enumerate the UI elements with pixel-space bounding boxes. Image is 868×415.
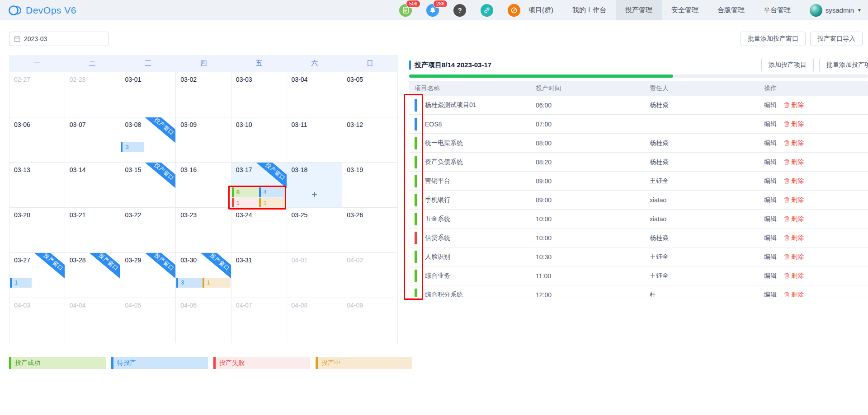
add-plus-icon[interactable]: + — [287, 189, 342, 201]
document-icon[interactable]: 506 — [399, 4, 412, 17]
calendar-cell[interactable]: 03-02 — [176, 72, 231, 117]
window-import-button[interactable]: 投产窗口导入 — [810, 32, 863, 46]
delete-link[interactable]: 删除 — [784, 101, 804, 109]
nav-item[interactable]: 安全管理 — [662, 0, 708, 20]
calendar-cell[interactable]: 03-27投产窗口1 — [9, 253, 65, 298]
edit-link[interactable]: 编辑 — [764, 158, 777, 166]
calendar-cell[interactable]: 04-06 — [176, 298, 231, 343]
calendar-cell[interactable]: 02-27 — [9, 72, 65, 117]
batch-add-project-button[interactable]: 批量添加投产项目 — [819, 58, 868, 72]
count-bar-pending[interactable]: 3 — [176, 278, 202, 288]
calendar-cell[interactable]: 04-05 — [120, 298, 176, 343]
edit-link[interactable]: 编辑 — [764, 139, 777, 147]
calendar-cell[interactable]: 04-04 — [65, 298, 121, 343]
calendar-cell[interactable]: 03-28投产窗口 — [65, 253, 121, 298]
calendar-cell[interactable]: 04-07 — [231, 298, 287, 343]
calendar-cell[interactable]: 03-04 — [287, 72, 343, 117]
calendar-cell[interactable]: 03-13 — [9, 163, 65, 208]
edit-link[interactable]: 编辑 — [764, 253, 777, 261]
question-icon[interactable]: ? — [453, 4, 466, 17]
calendar-cell[interactable]: 03-18+ — [287, 163, 343, 208]
calendar-cell[interactable]: 04-09 — [342, 298, 398, 343]
calendar-cell[interactable]: 02-28 — [65, 72, 121, 117]
calendar-cell[interactable]: 03-10 — [231, 117, 287, 163]
calendar-cell[interactable]: 03-19 — [342, 163, 398, 208]
row-owner: 杨桂焱 — [650, 101, 764, 109]
nav-item[interactable]: 投产管理 — [616, 0, 662, 20]
calendar-cell[interactable]: 03-17投产窗口8411 — [231, 163, 287, 208]
title-marker — [409, 61, 411, 70]
edit-link[interactable]: 编辑 — [764, 101, 777, 109]
count-bar-success[interactable]: 8 — [232, 187, 259, 197]
add-project-button[interactable]: 添加投产项目 — [761, 58, 814, 72]
edit-link[interactable]: 编辑 — [764, 215, 777, 223]
delete-link[interactable]: 删除 — [784, 234, 804, 242]
row-name: 综合业务 — [425, 272, 536, 280]
nav-item[interactable]: 平台管理 — [754, 0, 800, 20]
nav-item[interactable]: 项目(群) — [519, 0, 563, 20]
calendar-cell[interactable]: 03-29投产窗口 — [120, 253, 176, 298]
calendar-cell[interactable]: 03-30投产窗口31 — [176, 253, 231, 298]
delete-link[interactable]: 删除 — [784, 215, 804, 223]
cell-date: 03-16 — [180, 166, 197, 173]
delete-link[interactable]: 删除 — [784, 120, 804, 128]
delete-link[interactable]: 删除 — [784, 139, 804, 147]
user-menu[interactable]: sysadmin ▼ — [810, 0, 862, 20]
legend-item-failed: 投产失败 — [213, 357, 310, 369]
calendar-cell[interactable]: 03-22 — [120, 208, 176, 253]
link-icon[interactable] — [481, 4, 493, 17]
calendar-cell[interactable]: 03-26 — [342, 208, 398, 253]
edit-link[interactable]: 编辑 — [764, 291, 777, 298]
calendar-cell[interactable]: 03-20 — [9, 208, 65, 253]
edit-link[interactable]: 编辑 — [764, 272, 777, 280]
row-time: 06:00 — [536, 102, 650, 109]
edit-link[interactable]: 编辑 — [764, 196, 777, 204]
count-bar-failed[interactable]: 1 — [232, 198, 259, 208]
delete-link[interactable]: 删除 — [784, 272, 804, 280]
delete-link[interactable]: 删除 — [784, 158, 804, 166]
cell-bars: 31 — [176, 278, 231, 289]
calendar-cell[interactable]: 03-08投产窗口3 — [120, 117, 176, 163]
batch-add-window-button[interactable]: 批量添加投产窗口 — [741, 32, 806, 46]
calendar-cell[interactable]: 03-01 — [120, 72, 176, 117]
calendar-cell[interactable]: 04-01 — [287, 253, 343, 298]
calendar-cell[interactable]: 03-21 — [65, 208, 121, 253]
edit-link[interactable]: 编辑 — [764, 177, 777, 185]
calendar-cell[interactable]: 04-03 — [9, 298, 65, 343]
calendar-cell[interactable]: 03-25 — [287, 208, 343, 253]
nav-item[interactable]: 合版管理 — [708, 0, 754, 20]
col-project-name: 项目名称 — [415, 84, 536, 93]
calendar-cell[interactable]: 03-03 — [231, 72, 287, 117]
calendar-cell[interactable]: 03-05 — [342, 72, 398, 117]
count-bar-pending[interactable]: 4 — [259, 187, 286, 197]
ban-icon[interactable] — [508, 4, 520, 17]
calendar-cell[interactable]: 03-15投产窗口 — [120, 163, 176, 208]
delete-link[interactable]: 删除 — [784, 196, 804, 204]
edit-link[interactable]: 编辑 — [764, 120, 777, 128]
nav-item[interactable]: 我的工作台 — [563, 0, 616, 20]
delete-link[interactable]: 删除 — [784, 253, 804, 261]
count-bar-running[interactable]: 1 — [259, 198, 286, 208]
calendar-cell[interactable]: 03-07 — [65, 117, 121, 163]
month-picker[interactable]: 2023-03 — [9, 32, 108, 46]
calendar-cell[interactable]: 03-31 — [231, 253, 287, 298]
calendar-cell[interactable]: 04-08 — [287, 298, 343, 343]
calendar-cell[interactable]: 03-09 — [176, 117, 231, 163]
legend-item-running: 投产中 — [316, 357, 412, 369]
calendar-cell[interactable]: 03-23 — [176, 208, 231, 253]
calendar-cell[interactable]: 03-14 — [65, 163, 121, 208]
calendar-cell[interactable]: 04-02 — [342, 253, 398, 298]
delete-link[interactable]: 删除 — [784, 291, 804, 298]
calendar-cell[interactable]: 03-24 — [231, 208, 287, 253]
edit-link[interactable]: 编辑 — [764, 234, 777, 242]
count-bar-running[interactable]: 1 — [203, 278, 231, 288]
row-status-bar-pending — [415, 99, 417, 112]
delete-link[interactable]: 删除 — [784, 177, 804, 185]
calendar-cell[interactable]: 03-16 — [176, 163, 231, 208]
calendar-cell[interactable]: 03-11 — [287, 117, 343, 163]
calendar-cell[interactable]: 03-12 — [342, 117, 398, 163]
count-bar-pending[interactable]: 3 — [121, 142, 143, 152]
bell-icon[interactable]: 286 — [426, 4, 439, 17]
count-bar-pending[interactable]: 1 — [10, 278, 32, 288]
calendar-cell[interactable]: 03-06 — [9, 117, 65, 163]
